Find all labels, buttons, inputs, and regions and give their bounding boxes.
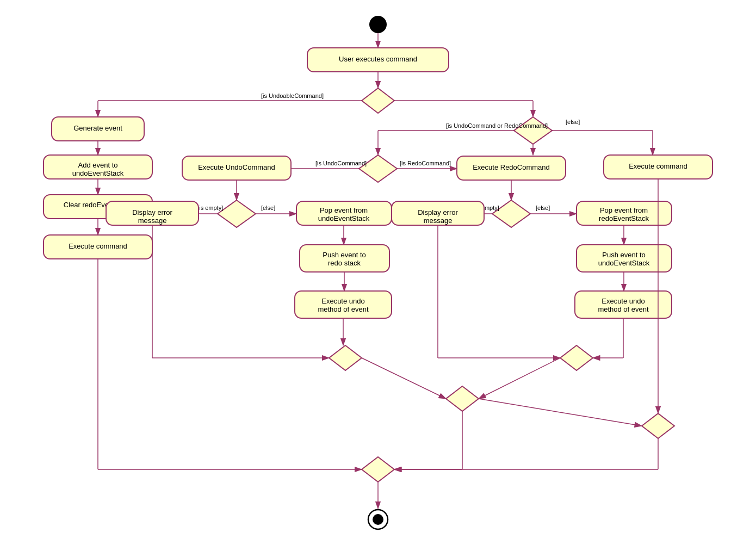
push-event-undo-label2: undoEventStack bbox=[598, 259, 650, 267]
diamond-merge1 bbox=[329, 345, 362, 370]
start-node bbox=[369, 16, 387, 33]
label-is-redo: [is RedoCommand] bbox=[400, 160, 451, 166]
pop-event-redo-label1: Pop event from bbox=[600, 206, 648, 214]
pop-event-redo-label2: redoEventStack bbox=[599, 214, 649, 222]
diamond-merge3 bbox=[446, 386, 479, 411]
execute-undo-method2-label2: method of event bbox=[598, 305, 649, 313]
display-error-redo-label1: Display error bbox=[418, 208, 458, 216]
push-event-undo-label1: Push event to bbox=[602, 251, 646, 259]
diamond-undo-redo bbox=[514, 117, 552, 144]
label-else1: [else] bbox=[566, 119, 580, 125]
push-event-redo-label2: redo stack bbox=[328, 259, 361, 267]
pop-event-undo-label2: undoEventStack bbox=[318, 214, 370, 222]
diamond-merge5 bbox=[362, 457, 394, 482]
add-event-label-line1: Add event to bbox=[78, 161, 118, 169]
arrow-dm1-to-dm3 bbox=[362, 358, 446, 399]
label-is-undoable: [is UndoableCommand] bbox=[261, 92, 324, 99]
user-executes-command-label: User executes command bbox=[339, 55, 417, 63]
execute-undo-method2-label1: Execute undo bbox=[602, 297, 645, 305]
execute-undo-command-label: Execute UndoCommand bbox=[198, 163, 275, 171]
end-node-inner bbox=[373, 514, 383, 525]
add-event-label-line2: undoEventStack bbox=[72, 169, 124, 177]
execute-command-right-label: Execute command bbox=[629, 162, 687, 170]
push-event-redo-label1: Push event to bbox=[323, 251, 366, 259]
display-error-undo-label2: message bbox=[138, 216, 167, 225]
display-error-redo-label2: message bbox=[424, 216, 453, 225]
execute-undo-method1-label2: method of event bbox=[318, 305, 369, 313]
label-else3: [else] bbox=[536, 205, 550, 211]
execute-command-left-label: Execute command bbox=[69, 242, 127, 250]
diagram-container: User executes command [is UndoableComman… bbox=[0, 0, 756, 551]
execute-redo-command-label: Execute RedoCommand bbox=[473, 163, 550, 171]
label-is-undo: [is UndoCommand] bbox=[315, 160, 367, 166]
display-error-undo-label1: Display error bbox=[132, 208, 172, 216]
execute-undo-method1-label1: Execute undo bbox=[321, 297, 365, 305]
label-else2: [else] bbox=[261, 205, 275, 211]
generate-event-label: Generate event bbox=[73, 124, 122, 132]
diamond-undo-or-redo bbox=[359, 155, 397, 182]
diamond-merge4 bbox=[642, 413, 674, 438]
diamond-undo-empty bbox=[218, 200, 256, 227]
arrow-dm2-to-dm3 bbox=[479, 358, 560, 399]
diamond-undoable bbox=[362, 88, 394, 113]
diamond-merge2 bbox=[560, 345, 593, 370]
arrow-dm3-to-dm4 bbox=[479, 399, 642, 426]
label-undo-redo: [is UndoCommand or RedoCommand] bbox=[446, 122, 548, 129]
pop-event-undo-label1: Pop event from bbox=[320, 206, 368, 214]
